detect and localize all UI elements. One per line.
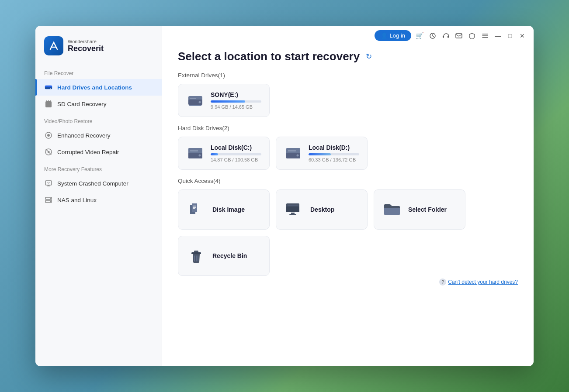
- hint-question-icon: ?: [439, 279, 446, 285]
- svg-rect-47: [194, 251, 198, 252]
- nas-linux-label: NAS and Linux: [57, 197, 97, 203]
- c-drive-icon: [186, 144, 205, 162]
- sony-drive-icon: [186, 91, 205, 110]
- corrupted-video-label: Corrupted Video Repair: [57, 149, 119, 155]
- title-bar: 👤 Log in 🛒 — □ ✕: [162, 26, 534, 41]
- d-drive-icon: [284, 144, 302, 162]
- sidebar-item-nas-linux[interactable]: NAS and Linux: [35, 192, 162, 208]
- quick-card-desktop[interactable]: Desktop: [276, 189, 368, 230]
- file-recover-label: File Recover: [35, 64, 162, 79]
- sony-drive-name: SONY(E:): [211, 91, 261, 98]
- svg-point-33: [199, 155, 201, 157]
- svg-rect-42: [286, 206, 299, 212]
- svg-rect-6: [50, 100, 51, 103]
- app-window: Wondershare Recoverit File Recover Hard …: [35, 26, 534, 366]
- minimize-button[interactable]: —: [493, 31, 502, 40]
- drive-card-d[interactable]: Local Disk(D:) 60.33 GB / 136.72 GB: [276, 137, 368, 170]
- page-content: Select a location to start recovery ↻ Ex…: [162, 41, 534, 366]
- c-drive-name: Local Disk(C:): [211, 144, 261, 151]
- recycle-bin-label: Recycle Bin: [212, 252, 247, 259]
- hint-link[interactable]: Can't detect your hard drives?: [448, 279, 518, 285]
- video-photo-label: Video/Photo Restore: [35, 112, 162, 127]
- drive-card-c[interactable]: Local Disk(C:) 14.87 GB / 100.58 GB: [178, 137, 270, 170]
- svg-rect-46: [191, 252, 201, 254]
- svg-point-17: [50, 201, 51, 202]
- mail-icon[interactable]: [454, 31, 464, 41]
- svg-rect-21: [456, 34, 462, 38]
- enhanced-recovery-icon: [44, 131, 53, 140]
- sony-bar-bg: [211, 100, 261, 103]
- app-logo-icon: [44, 36, 63, 55]
- bottom-hint: ? Can't detect your hard drives?: [178, 276, 518, 287]
- d-drive-info: Local Disk(D:) 60.33 GB / 136.72 GB: [309, 144, 359, 162]
- d-drive-name: Local Disk(D:): [309, 144, 359, 151]
- svg-rect-32: [190, 150, 198, 151]
- drive-card-sony[interactable]: SONY(E:) 9.94 GB / 14.65 GB: [178, 84, 270, 117]
- svg-rect-20: [448, 36, 449, 38]
- close-button[interactable]: ✕: [518, 31, 527, 40]
- d-drive-size: 60.33 GB / 136.72 GB: [309, 157, 359, 162]
- sidebar-item-sd-card[interactable]: SD Card Recovery: [35, 96, 162, 112]
- headset-icon[interactable]: [441, 31, 451, 41]
- shield-icon[interactable]: [467, 31, 477, 41]
- quick-access-grid: Disk Image Desktop: [178, 189, 518, 276]
- c-drive-size: 14.87 GB / 100.58 GB: [211, 157, 261, 162]
- c-drive-info: Local Disk(C:) 14.87 GB / 100.58 GB: [211, 144, 261, 162]
- quick-access-header: Quick Access(4): [178, 178, 518, 184]
- quick-card-select-folder[interactable]: Select Folder: [374, 189, 465, 230]
- enhanced-recovery-label: Enhanced Recovery: [57, 132, 111, 139]
- login-button[interactable]: 👤 Log in: [375, 30, 411, 41]
- restore-icon[interactable]: [428, 31, 437, 41]
- svg-rect-5: [48, 100, 49, 103]
- login-label: Log in: [390, 32, 405, 39]
- c-bar-bg: [211, 153, 261, 155]
- svg-line-10: [46, 149, 51, 155]
- desktop-label: Desktop: [310, 206, 334, 213]
- hard-disk-header: Hard Disk Drives(2): [178, 125, 518, 131]
- cart-icon[interactable]: 🛒: [415, 31, 424, 41]
- svg-point-2: [50, 88, 51, 89]
- main-content: 👤 Log in 🛒 — □ ✕: [162, 26, 534, 366]
- desktop-icon: [284, 199, 304, 220]
- hard-drives-label: Hard Drives and Locations: [57, 84, 132, 91]
- logo-text: Wondershare Recoverit: [68, 39, 104, 53]
- svg-rect-44: [289, 214, 296, 215]
- disk-image-icon: [186, 199, 206, 220]
- quick-card-recycle-bin[interactable]: Recycle Bin: [178, 236, 270, 276]
- sd-card-label: SD Card Recovery: [57, 101, 107, 107]
- c-bar-fill: [211, 153, 218, 155]
- svg-point-16: [50, 198, 51, 199]
- select-folder-label: Select Folder: [408, 206, 447, 213]
- svg-point-28: [199, 101, 201, 103]
- svg-rect-43: [291, 213, 295, 214]
- maximize-button[interactable]: □: [506, 31, 514, 40]
- d-bar-fill: [309, 153, 331, 155]
- svg-point-37: [297, 155, 299, 157]
- disk-image-label: Disk Image: [212, 206, 245, 213]
- external-drives-header: External Drives(1): [178, 72, 518, 79]
- logo-area: Wondershare Recoverit: [35, 26, 162, 64]
- sony-drive-size: 9.94 GB / 14.65 GB: [211, 104, 261, 110]
- page-title: Select a location to start recovery: [178, 50, 360, 63]
- hard-drives-icon: [44, 83, 53, 92]
- sidebar-item-corrupted-video[interactable]: Corrupted Video Repair: [35, 144, 162, 160]
- svg-rect-27: [190, 98, 196, 99]
- list-icon[interactable]: [480, 31, 490, 41]
- nas-linux-icon: [44, 196, 53, 204]
- refresh-icon[interactable]: ↻: [364, 52, 374, 62]
- system-crashed-icon: [44, 179, 53, 188]
- svg-rect-29: [189, 105, 201, 106]
- sidebar-item-hard-drives[interactable]: Hard Drives and Locations: [35, 79, 162, 96]
- logo-brand: Wondershare: [68, 39, 104, 44]
- svg-point-8: [47, 134, 50, 137]
- recycle-bin-icon: [186, 246, 206, 266]
- page-title-row: Select a location to start recovery ↻: [178, 50, 518, 63]
- d-bar-bg: [309, 153, 359, 155]
- quick-card-disk-image[interactable]: Disk Image: [178, 189, 270, 230]
- sidebar-item-system-crashed[interactable]: System Crashed Computer: [35, 175, 162, 192]
- svg-rect-19: [443, 36, 444, 38]
- select-folder-icon: [382, 199, 402, 220]
- sidebar-item-enhanced-recovery[interactable]: Enhanced Recovery: [35, 127, 162, 144]
- login-user-icon: 👤: [381, 32, 388, 39]
- svg-rect-36: [288, 150, 296, 151]
